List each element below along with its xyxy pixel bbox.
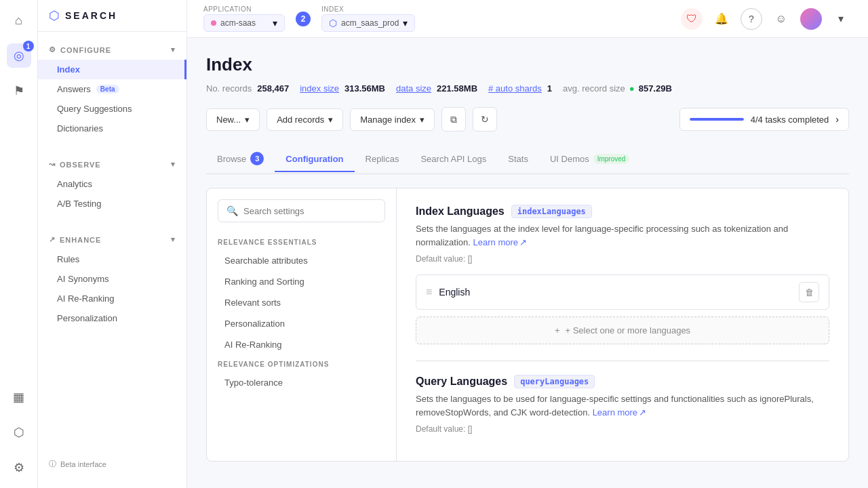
answers-beta-badge: Beta (96, 85, 119, 94)
query-languages-code-tag: queryLanguages (514, 375, 595, 388)
database-icon[interactable]: ⬡ (7, 420, 31, 445)
home-icon[interactable]: ⌂ (7, 8, 31, 33)
logo-icon: ⬡ (49, 8, 60, 23)
language-name: English (439, 287, 792, 298)
enhance-chevron-icon: ▾ (171, 235, 176, 244)
observe-chart-icon: ↝ (49, 160, 56, 169)
step-badge: 2 (296, 12, 311, 26)
observe-chevron-icon: ▾ (171, 160, 176, 169)
tab-replicas[interactable]: Replicas (355, 147, 410, 172)
query-external-link-icon: ↗ (639, 406, 646, 420)
sidebar-item-index[interactable]: Index (38, 60, 186, 79)
external-link-icon: ↗ (519, 236, 527, 249)
config-left-panel: 🔍 RELEVANCE ESSENTIALS Searchable attrib… (207, 188, 397, 461)
tab-stats[interactable]: Stats (497, 147, 539, 172)
pin-icon[interactable]: ⚑ (7, 79, 31, 103)
add-language-button[interactable]: + + Select one or more languages (416, 317, 829, 344)
shield-icon[interactable]: 🛡 (681, 8, 703, 30)
tasks-completed-bar[interactable]: 4/4 tasks completed › (679, 108, 849, 131)
enhance-header[interactable]: ↗ ENHANCE ▾ (38, 230, 186, 249)
add-chevron-icon: ▾ (328, 115, 333, 125)
relevance-optimizations-header: RELEVANCE OPTIMIZATIONS (218, 355, 385, 372)
sidebar-item-ab-testing[interactable]: A/B Testing (38, 194, 186, 214)
new-chevron-icon: ▾ (245, 115, 250, 125)
beta-icon: ⓘ (49, 459, 56, 469)
sidebar-item-ai-synonyms[interactable]: AI Synonyms (38, 269, 186, 289)
delete-english-button[interactable]: 🗑 (799, 282, 819, 302)
app-name: acm-saas (220, 18, 269, 28)
nav-chevron-icon[interactable]: ▾ (830, 8, 852, 30)
manage-chevron-icon: ▾ (420, 115, 425, 125)
stat-index-size: index size 313.56MB (300, 83, 385, 94)
stat-no-records: No. records 258,467 (206, 83, 289, 94)
menu-relevant-sorts[interactable]: Relevant sorts (218, 292, 385, 313)
tab-ui-demos[interactable]: UI Demos Improved (539, 147, 640, 172)
sidebar-footer: ⓘ Beta interface (38, 451, 186, 477)
stat-auto-shards: # auto shards 1 (488, 83, 552, 94)
icon-bar: ⌂ ◎ 1 ⚑ ▦ ⬡ ⚙ (0, 0, 38, 488)
query-languages-default: Default value: [] (416, 424, 829, 434)
stat-data-size: data size 221.58MB (396, 83, 477, 94)
help-icon[interactable]: ? (741, 8, 762, 30)
sidebar-item-rules[interactable]: Rules (38, 249, 186, 269)
tab-browse[interactable]: Browse 3 (206, 145, 275, 174)
index-name: acm_saas_prod (341, 18, 399, 28)
tab-search-api-logs[interactable]: Search API Logs (410, 147, 497, 172)
main-area: Application acm-saas ▾ 2 Index ⬡ acm_saa… (187, 0, 868, 488)
manage-index-button[interactable]: Manage index ▾ (350, 108, 435, 131)
search-settings-input[interactable] (243, 206, 376, 216)
language-english-item: ≡ English 🗑 (416, 274, 829, 310)
menu-ranking-sorting[interactable]: Ranking and Sorting (218, 271, 385, 292)
green-status-dot: ● (629, 83, 635, 94)
gear-icon[interactable]: ⚙ (7, 455, 31, 480)
beta-interface-label[interactable]: ⓘ Beta interface (49, 459, 176, 469)
enhance-section: ↗ ENHANCE ▾ Rules AI Synonyms AI Re-Rank… (38, 222, 186, 336)
sidebar: ⬡ SEARCH ⚙ CONFIGURE ▾ Index Answers Bet… (38, 0, 187, 488)
index-stats: No. records 258,467 index size 313.56MB … (206, 83, 849, 94)
menu-personalization[interactable]: Personalization (218, 313, 385, 334)
copy-button[interactable]: ⧉ (441, 107, 466, 131)
user-avatar[interactable] (800, 8, 822, 30)
tab-configuration[interactable]: Configuration (275, 147, 354, 172)
menu-typo-tolerance[interactable]: Typo-tolerance (218, 372, 385, 393)
improved-badge: Improved (593, 154, 630, 164)
app-chevron-icon: ▾ (273, 18, 277, 28)
topnav-right: 🛡 🔔 ? ☺ ▾ (681, 8, 852, 30)
configure-section: ⚙ CONFIGURE ▾ Index Answers Beta Query S… (38, 32, 186, 146)
refresh-button[interactable]: ↻ (473, 107, 497, 131)
smile-icon[interactable]: ☺ (770, 8, 792, 30)
index-icon: ⬡ (329, 18, 337, 28)
index-languages-desc: Sets the languages at the index level fo… (416, 222, 829, 249)
add-records-button[interactable]: Add records ▾ (267, 108, 343, 131)
search-settings-input-wrap[interactable]: 🔍 (218, 199, 385, 222)
application-select[interactable]: acm-saas ▾ (203, 14, 285, 32)
tasks-progress-bar (690, 118, 744, 121)
query-languages-learn-more[interactable]: Learn more ↗ (593, 406, 646, 420)
config-pane: 🔍 RELEVANCE ESSENTIALS Searchable attrib… (206, 188, 849, 462)
observe-header[interactable]: ↝ OBSERVE ▾ (38, 155, 186, 174)
sidebar-item-dictionaries[interactable]: Dictionaries (38, 119, 186, 138)
sidebar-item-query-suggestions[interactable]: Query Suggestions (38, 99, 186, 119)
index-languages-default: Default value: [] (416, 254, 829, 264)
tasks-text: 4/4 tasks completed (751, 115, 829, 125)
menu-ai-re-ranking[interactable]: AI Re-Ranking (218, 334, 385, 355)
browse-badge: 3 (250, 152, 264, 165)
query-languages-desc: Sets the languages to be used for langua… (416, 392, 829, 419)
sidebar-item-analytics[interactable]: Analytics (38, 174, 186, 194)
index-languages-learn-more[interactable]: Learn more ↗ (473, 236, 527, 249)
drag-handle-icon[interactable]: ≡ (426, 286, 432, 298)
observe-section: ↝ OBSERVE ▾ Analytics A/B Testing (38, 146, 186, 222)
plus-icon: + (555, 325, 560, 336)
query-languages-title: Query Languages queryLanguages (416, 375, 829, 388)
sidebar-item-answers[interactable]: Answers Beta (38, 79, 186, 99)
chart-icon[interactable]: ▦ (7, 385, 31, 409)
new-button[interactable]: New... ▾ (206, 108, 260, 131)
sidebar-item-personalization[interactable]: Personalization (38, 308, 186, 328)
sidebar-item-ai-re-ranking[interactable]: AI Re-Ranking (38, 289, 186, 308)
configure-header[interactable]: ⚙ CONFIGURE ▾ (38, 40, 186, 60)
enhance-chart-icon: ↗ (49, 235, 56, 244)
menu-searchable-attributes[interactable]: Searchable attributes (218, 250, 385, 271)
index-label: Index (321, 5, 415, 13)
index-select[interactable]: ⬡ acm_saas_prod ▾ (321, 14, 415, 32)
bell-icon[interactable]: 🔔 (711, 8, 732, 30)
